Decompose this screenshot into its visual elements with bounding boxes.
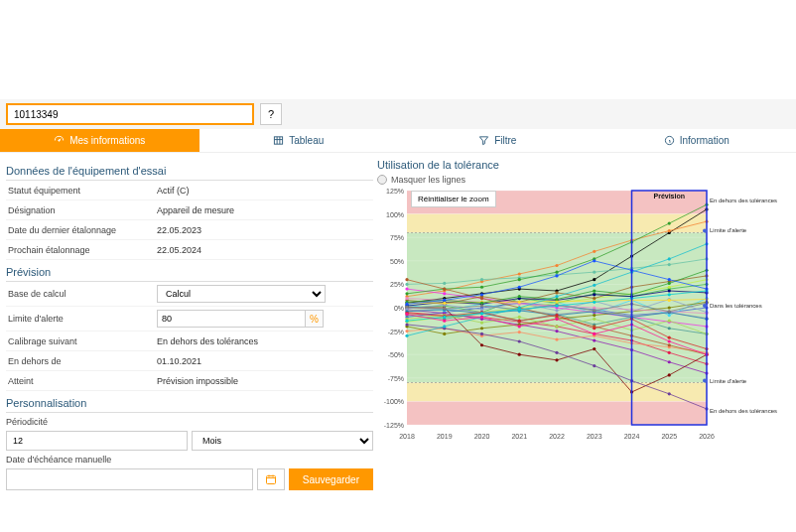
svg-text:En dehors des tolérances: En dehors des tolérances <box>710 408 777 414</box>
svg-point-179 <box>480 278 483 281</box>
svg-point-259 <box>443 288 446 291</box>
svg-text:2024: 2024 <box>624 433 640 440</box>
svg-rect-1 <box>275 137 283 144</box>
svg-point-215 <box>480 322 483 325</box>
svg-text:0%: 0% <box>394 305 404 312</box>
hide-lines-label: Masquer les lignes <box>391 175 465 185</box>
svg-point-310 <box>668 278 671 281</box>
due-date-label: Date d'échéance manuelle <box>6 451 373 465</box>
calendar-icon <box>265 473 277 485</box>
svg-text:2026: 2026 <box>699 433 715 440</box>
tab-tableau[interactable]: Tableau <box>199 129 399 153</box>
svg-point-189 <box>518 331 521 333</box>
svg-point-321 <box>405 313 408 316</box>
tab-bar: Mes informations Tableau Filtre Informat… <box>0 129 796 153</box>
tolerance-chart[interactable]: 125%100%75%50%25%0%-25%-50%-75%-100%-125… <box>377 185 784 443</box>
help-button[interactable]: ? <box>260 103 282 125</box>
svg-point-145 <box>555 358 558 361</box>
hide-lines-toggle[interactable]: Masquer les lignes <box>377 175 465 185</box>
reset-zoom-button[interactable]: Réinitialiser le zoom <box>411 191 496 207</box>
svg-rect-8 <box>407 401 707 425</box>
svg-point-166 <box>668 289 671 292</box>
svg-text:2019: 2019 <box>437 433 453 440</box>
left-panel: Données de l'équipement d'essai Statut é… <box>6 159 373 490</box>
svg-point-251 <box>480 332 483 335</box>
periodicity-unit-select[interactable]: Mois <box>192 431 373 451</box>
section-personalisation: Personnalisation <box>6 393 373 413</box>
svg-point-178 <box>443 282 446 285</box>
section-forecast: Prévision <box>6 262 373 282</box>
svg-point-182 <box>593 271 596 274</box>
svg-point-190 <box>555 337 558 340</box>
tab-filtre[interactable]: Filtre <box>398 129 597 153</box>
row-basis: Base de calcul Calcul <box>6 282 373 307</box>
svg-point-317 <box>593 301 596 304</box>
basis-select[interactable]: Calcul <box>157 285 326 303</box>
svg-point-94 <box>668 360 671 363</box>
svg-text:-125%: -125% <box>384 422 404 429</box>
svg-point-303 <box>405 303 408 306</box>
svg-point-204 <box>405 297 408 300</box>
due-date-input[interactable] <box>6 468 253 490</box>
svg-text:-25%: -25% <box>388 329 404 335</box>
svg-point-294 <box>405 305 408 308</box>
calendar-button[interactable] <box>257 468 285 490</box>
svg-text:-100%: -100% <box>384 398 404 405</box>
svg-point-152 <box>480 327 483 330</box>
svg-point-281 <box>593 289 596 292</box>
svg-point-326 <box>593 332 596 335</box>
svg-text:2018: 2018 <box>399 433 415 440</box>
svg-text:2020: 2020 <box>474 433 490 440</box>
svg-point-288 <box>518 320 521 323</box>
svg-point-306 <box>518 286 521 289</box>
svg-point-323 <box>480 316 483 319</box>
svg-point-83 <box>593 250 596 253</box>
svg-point-272 <box>593 284 596 287</box>
svg-point-105 <box>405 288 408 291</box>
svg-rect-3 <box>266 476 275 484</box>
right-panel: Utilisation de la tolérance Masquer les … <box>377 159 790 490</box>
svg-point-260 <box>480 297 483 300</box>
svg-point-240 <box>405 292 408 295</box>
svg-point-143 <box>480 343 483 346</box>
svg-point-243 <box>518 278 521 281</box>
svg-point-81 <box>518 272 521 275</box>
svg-text:2021: 2021 <box>511 433 527 440</box>
svg-text:2023: 2023 <box>587 433 602 440</box>
tab-mes-informations[interactable]: Mes informations <box>0 129 199 153</box>
svg-point-220 <box>668 320 671 323</box>
percent-addon: % <box>306 310 324 328</box>
svg-point-223 <box>443 302 446 305</box>
svg-point-157 <box>668 306 671 309</box>
alert-limit-input[interactable] <box>157 310 306 328</box>
svg-point-314 <box>480 312 483 315</box>
svg-point-280 <box>555 298 558 301</box>
top-bar: ? <box>0 99 796 129</box>
svg-point-289 <box>555 314 558 317</box>
svg-text:2025: 2025 <box>661 433 677 440</box>
svg-text:Limite d'alerte: Limite d'alerte <box>710 378 747 384</box>
svg-point-279 <box>518 295 521 298</box>
svg-rect-5 <box>407 214 707 233</box>
info-icon <box>664 135 675 146</box>
svg-point-268 <box>443 325 446 328</box>
row-status: Statut équipementActif (C) <box>6 181 373 200</box>
svg-point-322 <box>443 320 446 323</box>
tab-information[interactable]: Information <box>597 129 797 153</box>
svg-point-225 <box>518 301 521 304</box>
search-input[interactable] <box>6 103 254 125</box>
svg-point-265 <box>668 343 671 346</box>
radio-icon <box>377 175 387 185</box>
periodicity-input[interactable] <box>6 431 188 451</box>
svg-point-229 <box>668 299 671 302</box>
save-button[interactable]: Sauvegarder <box>289 468 373 490</box>
gauge-icon <box>54 135 65 146</box>
svg-point-307 <box>555 274 558 277</box>
svg-text:En dehors des tolérances: En dehors des tolérances <box>710 198 777 203</box>
svg-point-253 <box>555 351 558 354</box>
svg-point-252 <box>518 339 521 342</box>
svg-text:Dans les tolérances: Dans les tolérances <box>710 303 762 309</box>
chart-title: Utilisation de la tolérance <box>377 159 790 171</box>
svg-point-328 <box>668 339 671 342</box>
row-next-calib: Calibrage suivantEn dehors des tolérance… <box>6 332 373 351</box>
